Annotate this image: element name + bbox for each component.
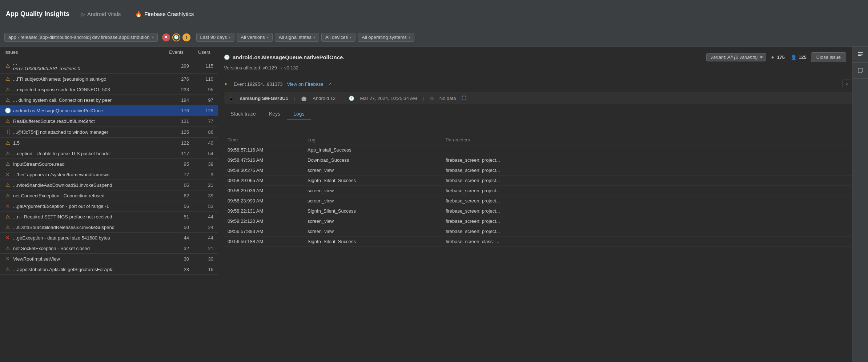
issue-row[interactable]: ✕ ...'her' appears in /system/framework/… [0,169,218,180]
main-layout: Issues Events Users ⚠ ... error:10000006… [0,47,868,362]
last-90-days-label: Last 90 days [200,35,227,40]
tab-firebase-crashlytics[interactable]: 🔥 Firebase Crashlytics [132,9,197,19]
clock-status-icon[interactable]: 🕐 [172,33,180,41]
svg-rect-4 [858,54,863,55]
issue-text: InputStreamSource.read [13,161,169,167]
issue-row[interactable]: ⚠ RealBufferedSource.readUtf8LineStrict … [0,116,218,126]
issue-row[interactable]: ⚠ net.ConnectException - Connection refu… [0,190,218,201]
all-versions-filter[interactable]: All versions ▾ [237,33,272,42]
firebase-icon: 🔥 [135,11,142,17]
issue-row[interactable]: ⚠ 1.5 122 40 [0,138,218,148]
log-time: 09:58:29:065 AM [224,176,304,186]
issues-title: Issues [4,49,160,55]
close-issue-button[interactable]: Close issue [811,52,846,62]
side-panel-icons [852,47,868,362]
log-event: SignIn_Silent_Success [304,237,442,247]
issue-row[interactable]: ! ...@f3c754[] not attached to window ma… [0,126,218,138]
table-row: 09:58:57:116 AM App_Install_Success [224,145,862,155]
issue-text: ...expected response code for CONNECT: 5… [13,87,169,92]
details-panel-button[interactable] [852,47,868,63]
log-parameters: firebase_screen: project... [442,165,862,176]
issue-row[interactable]: ⚠ ...FR subjectAltNames: [securelogin.sa… [0,74,218,84]
variant-selector[interactable]: Variant: All (2 variants) ▾ [706,53,767,61]
log-event: SignIn_Silent_Success [304,206,442,216]
log-event: SignIn_Silent_Success [304,176,442,186]
issue-text: ... error:10000006b:SSL routines:0 [13,60,169,71]
all-signal-states-filter[interactable]: All signal states ▾ [275,33,319,42]
logs-section: Time Log Parameters 09:58:57:116 AM App_… [218,120,868,362]
issue-users: 97 [193,97,213,103]
all-versions-chevron-icon: ▾ [267,35,269,39]
crash-header: 🕐 android.os.MessageQueue.nativePollOnce… [218,47,868,75]
warning-icon: ⚠ [5,76,10,82]
prev-event-button[interactable]: ‹ [843,80,851,88]
logs-table-body: 09:58:57:116 AM App_Install_Success 09:5… [224,145,862,247]
issue-icon: ⚠ [4,266,11,272]
issue-row[interactable]: ⚠ ...expected response code for CONNECT:… [0,84,218,95]
issue-row[interactable]: ⚠ ...n - Required SETTINGS preface not r… [0,212,218,222]
issue-users: 110 [193,76,213,82]
warning-icon: ⚠ [5,63,10,69]
right-panel: 🕐 android.os.MessageQueue.nativePollOnce… [218,47,868,362]
issue-row[interactable]: ⚠ ...sDataSource$loadReleases$2.invokeSu… [0,222,218,233]
warning-icon: ⚠ [5,193,10,198]
issue-events: 66 [171,182,191,188]
issue-text: RealBufferedSource.readUtf8LineStrict [13,118,169,124]
warning-icon: ⚠ [5,87,10,92]
timestamp: Mar 27, 2024, 10:25:34 AM [360,96,417,101]
issue-row[interactable]: ✕ ...galArgumentException - port out of … [0,201,218,212]
all-operating-systems-filter[interactable]: All operating systems ▾ [358,33,414,42]
issue-events: 77 [171,172,191,177]
warning-icon: ⚠ [5,214,10,220]
svg-rect-5 [858,55,861,56]
issue-row[interactable]: ✕ ViewRootImpl.setView 30 30 [0,254,218,264]
issue-row[interactable]: 🕐 android.os.MessageQueue.nativePollOnce… [0,105,218,116]
app-title: App Quality Insights [6,10,69,18]
error-icon: ✕ [5,203,10,209]
table-row: 09:58:47:516 AM Download_Success firebas… [224,155,862,165]
tab-android-vitals[interactable]: ▷ Android Vitals [78,9,124,19]
issue-users: 115 [193,63,213,69]
last-90-days-filter[interactable]: Last 90 days ▾ [196,33,235,42]
view-on-firebase-link[interactable]: View on Firebase [287,81,323,87]
issue-icon: ! [4,129,11,135]
log-parameters: firebase_screen: project... [442,226,862,237]
error-status-icon[interactable]: ✕ [162,33,170,41]
issue-users: 30 [193,256,213,262]
issue-icon: ⚠ [4,193,11,198]
table-row: 09:58:22:120 AM screen_view firebase_scr… [224,216,862,226]
issue-icon: ⚠ [4,224,11,230]
info-icon[interactable]: ⓘ [462,95,466,101]
issue-icon: ⚠ [4,97,11,103]
warning-status-icon[interactable]: ! [182,33,190,41]
breadcrumb-selector[interactable]: app › release: [app-distribution-android… [4,33,158,42]
issue-icon: ⚠ [4,140,11,146]
issue-text: ...geException - data parcel size 541680… [13,235,169,241]
issue-row[interactable]: ⚠ ...rvice$handleAabDownload$1.invokeSus… [0,180,218,190]
time-column-header: Time [224,135,304,145]
issue-text: ...FR subjectAltNames: [securelogin.sain… [13,76,169,82]
issue-row[interactable]: ⚠ ...ception - Unable to parse TLS packe… [0,148,218,159]
issue-users: 39 [193,193,213,198]
issue-icon: ⚠ [4,214,11,220]
all-operating-systems-label: All operating systems [362,35,407,40]
issue-row[interactable]: ⚠ ... during system call, Connection res… [0,95,218,105]
tab-logs[interactable]: Logs [287,108,311,120]
device-info-row: 📱 samsung SM-G973U1 | 🤖 Android 12 | 🕐 M… [224,92,862,104]
tab-stack-trace[interactable]: Stack trace [224,108,262,120]
issue-row[interactable]: ⚠ ...appdistribution.ApkUtils.getSignatu… [0,264,218,275]
events-column-header: Events [161,49,186,55]
notes-panel-button[interactable] [852,63,868,79]
issue-row[interactable]: ⚠ net.SocketException - Socket closed 32… [0,243,218,254]
issue-row[interactable]: ⚠ InputStreamSource.read 95 39 [0,159,218,169]
issue-row[interactable]: ⚠ ... error:10000006b:SSL routines:0 299… [0,58,218,74]
all-devices-filter[interactable]: All devices ▾ [321,33,355,42]
variant-label: Variant: All (2 variants) [710,55,758,60]
issue-text: ...@f3c754[] not attached to window mana… [13,129,169,135]
crash-stats: ✦ 176 👤 125 [771,55,806,60]
issue-row[interactable]: ✕ ...geException - data parcel size 5416… [0,233,218,243]
no-data-icon: ◇ [430,96,434,101]
issue-events: 233 [171,87,191,92]
tab-keys[interactable]: Keys [262,108,287,120]
issue-text: ...appdistribution.ApkUtils.getSignature… [13,267,169,272]
